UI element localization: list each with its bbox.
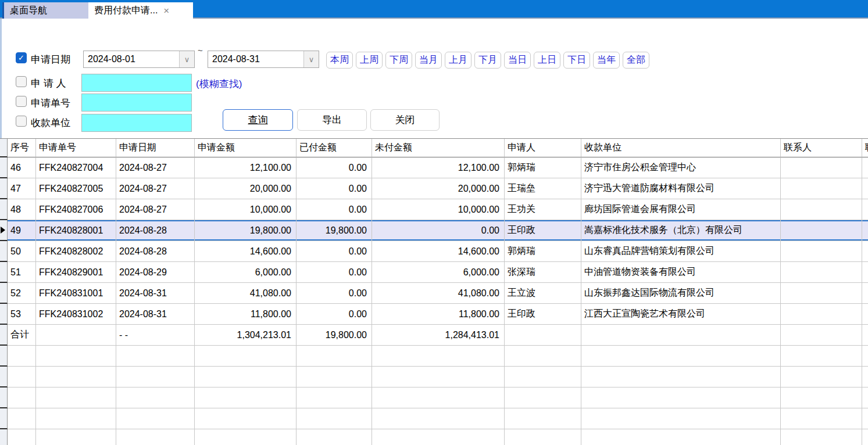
cell-payee <box>581 387 781 408</box>
cell-payee: 中油管道物资装备有限公司 <box>581 262 781 283</box>
column-header[interactable]: 收款单位 <box>581 139 781 157</box>
table-row[interactable]: 46FFK2408270042024-08-2712,100.000.0012,… <box>0 157 868 178</box>
table-row[interactable]: 52FFK2408310012024-08-3141,080.000.0041,… <box>0 283 868 304</box>
cell-order_no <box>36 346 116 367</box>
cell-paid_amount: 0.00 <box>297 241 372 262</box>
quick-range-button[interactable]: 上周 <box>356 52 383 69</box>
empty-row[interactable] <box>0 408 868 429</box>
cell-date <box>116 408 195 429</box>
quick-range-button[interactable]: 当年 <box>593 52 620 69</box>
applicant-checkbox[interactable] <box>16 76 27 87</box>
panel-left-edge <box>0 19 2 138</box>
empty-row[interactable] <box>0 346 868 367</box>
cell-contact <box>781 367 862 387</box>
cell-apply_amount <box>195 346 297 367</box>
table-row[interactable]: 48FFK2408270062024-08-2710,000.000.0010,… <box>0 199 868 220</box>
date-to-select[interactable]: 2024-08-31 ∨ <box>208 51 319 68</box>
cell-apply_amount: 12,100.00 <box>195 157 297 178</box>
cell-contact <box>781 304 862 325</box>
row-gutter <box>0 262 8 283</box>
quick-range-button[interactable]: 下日 <box>563 52 590 69</box>
column-header[interactable]: 未付金额 <box>372 139 505 157</box>
query-button[interactable]: 查询 <box>223 109 293 131</box>
payee-input[interactable] <box>81 114 192 132</box>
order-no-checkbox[interactable] <box>16 96 27 107</box>
applicant-input[interactable] <box>81 74 192 92</box>
quick-range-button[interactable]: 下月 <box>474 52 501 69</box>
tab-desktop-navigation[interactable]: 桌面导航 <box>2 2 88 19</box>
cell-apply_amount <box>195 367 297 387</box>
cell-applicant <box>505 429 581 445</box>
cell-apply_amount: 6,000.00 <box>195 262 297 283</box>
column-header[interactable]: 申请金额 <box>195 139 297 157</box>
cell-unpaid_amount <box>372 346 505 367</box>
payee-checkbox[interactable] <box>16 116 27 127</box>
cell-unpaid_amount: 14,600.00 <box>372 241 505 262</box>
tab-expense-payment-request[interactable]: 费用付款申请... × <box>88 2 193 19</box>
cell-contact2 <box>862 304 868 325</box>
date-range-separator: ~ <box>198 45 203 55</box>
table-row[interactable]: 49FFK2408280012024-08-2819,800.0019,800.… <box>0 220 868 241</box>
empty-row[interactable] <box>0 387 868 408</box>
cell-contact <box>781 346 862 367</box>
table-row[interactable]: 50FFK2408280022024-08-2814,600.000.0014,… <box>0 241 868 262</box>
quick-range-button[interactable]: 上日 <box>534 52 560 69</box>
quick-range-button[interactable]: 本周 <box>326 52 353 69</box>
close-button[interactable]: 关闭 <box>370 109 440 131</box>
empty-row[interactable] <box>0 429 868 445</box>
cell-paid_amount: 19,800.00 <box>297 220 372 241</box>
table-row[interactable]: 53FFK2408310022024-08-3111,800.000.0011,… <box>0 304 868 325</box>
column-header[interactable]: 申请单号 <box>36 139 116 157</box>
cell-order_no: FFK240829001 <box>36 262 116 283</box>
total-row[interactable]: 合计- -1,304,213.0119,800.001,284,413.01 <box>0 325 868 346</box>
date-from-value: 2024-08-01 <box>84 54 179 64</box>
cell-unpaid_amount: 10,000.00 <box>372 199 505 220</box>
cell-unpaid_amount: 41,080.00 <box>372 283 505 304</box>
quick-range-button[interactable]: 全部 <box>623 52 649 69</box>
grid-header-row: 序号申请单号申请日期申请金额已付金额未付金额申请人收款单位联系人联 <box>0 139 868 157</box>
cell-unpaid_amount <box>372 429 505 445</box>
cell-unpaid_amount: 20,000.00 <box>372 178 505 199</box>
column-header[interactable]: 序号 <box>8 139 36 157</box>
cell-contact <box>781 387 862 408</box>
cell-order_no <box>36 325 116 346</box>
cell-seq: 50 <box>8 241 36 262</box>
quick-range-button[interactable]: 下周 <box>385 52 412 69</box>
empty-row[interactable] <box>0 367 868 387</box>
quick-range-button[interactable]: 当日 <box>504 52 531 69</box>
cell-seq: 49 <box>8 220 36 241</box>
cell-seq: 48 <box>8 199 36 220</box>
cell-contact <box>781 178 862 199</box>
cell-contact <box>781 408 862 429</box>
quick-range-button[interactable]: 上月 <box>445 52 471 69</box>
column-header[interactable]: 联 <box>862 139 868 157</box>
column-header[interactable]: 申请日期 <box>116 139 195 157</box>
order-no-input[interactable] <box>81 94 192 112</box>
cell-paid_amount: 0.00 <box>297 157 372 178</box>
column-header[interactable]: 已付金额 <box>297 139 372 157</box>
export-button[interactable]: 导出 <box>297 109 367 131</box>
cell-unpaid_amount: 0.00 <box>372 220 505 241</box>
column-header[interactable]: 申请人 <box>505 139 581 157</box>
tab-label: 费用付款申请... <box>94 5 158 17</box>
column-header[interactable]: 联系人 <box>781 139 862 157</box>
quick-range-button[interactable]: 当月 <box>415 52 442 69</box>
table-row[interactable]: 51FFK2408290012024-08-296,000.000.006,00… <box>0 262 868 283</box>
close-icon[interactable]: × <box>163 6 169 16</box>
chevron-down-icon[interactable]: ∨ <box>179 51 194 67</box>
cell-contact2 <box>862 157 868 178</box>
cell-contact <box>781 220 862 241</box>
cell-order_no: FFK240827004 <box>36 157 116 178</box>
cell-applicant: 郭炳瑞 <box>505 157 581 178</box>
cell-applicant: 张深瑞 <box>505 262 581 283</box>
cell-seq: 51 <box>8 262 36 283</box>
cell-seq: 53 <box>8 304 36 325</box>
cell-seq: 46 <box>8 157 36 178</box>
apply-date-checkbox[interactable]: ✓ <box>16 52 27 63</box>
chevron-down-icon[interactable]: ∨ <box>303 51 319 67</box>
cell-applicant: 王印政 <box>505 304 581 325</box>
date-from-select[interactable]: 2024-08-01 ∨ <box>83 51 195 68</box>
cell-seq: 47 <box>8 178 36 199</box>
table-row[interactable]: 47FFK2408270052024-08-2720,000.000.0020,… <box>0 178 868 199</box>
cell-date: 2024-08-31 <box>116 283 195 304</box>
